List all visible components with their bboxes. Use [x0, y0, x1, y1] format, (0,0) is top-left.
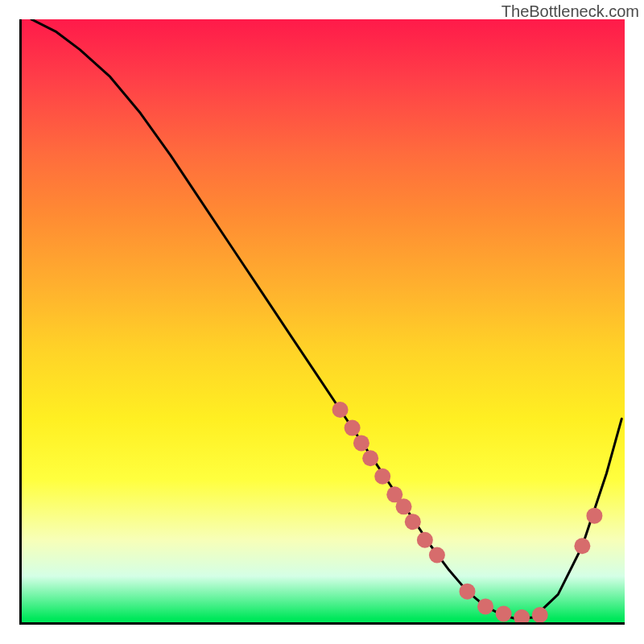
gradient-background — [19, 19, 625, 625]
watermark-text: TheBottleneck.com — [502, 2, 639, 21]
chart-container: TheBottleneck.com — [0, 0, 644, 644]
plot-area — [19, 19, 625, 625]
